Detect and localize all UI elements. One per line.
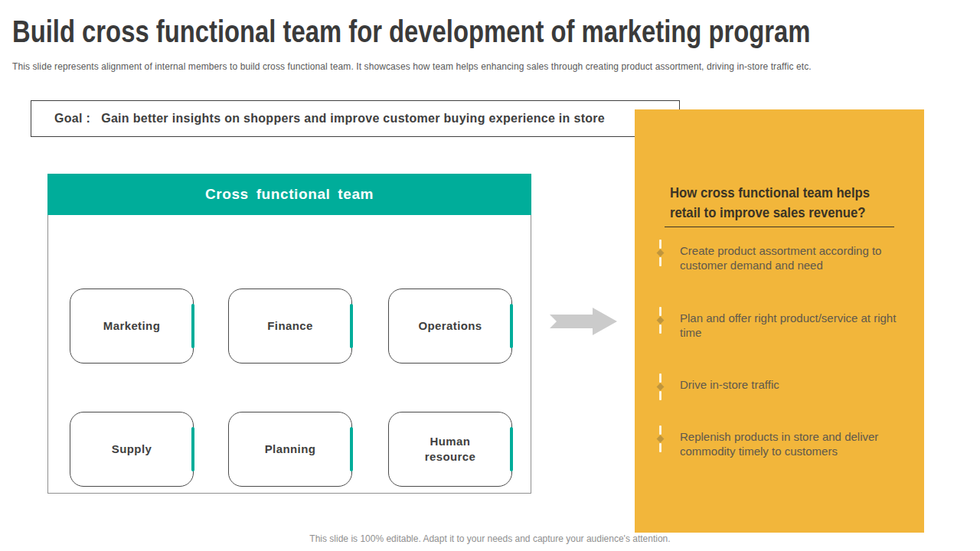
goal-box: Goal : Gain better insights on shoppers … — [31, 100, 680, 137]
member-label: Human resource — [389, 434, 511, 465]
bullet-text: Plan and offer right product/service at … — [680, 311, 902, 340]
member-box-operations: Operations — [388, 289, 512, 364]
panel-heading: How cross functional team helps retail t… — [670, 183, 899, 223]
member-label: Planning — [247, 442, 335, 457]
bullet-text: Create product assortment according to c… — [680, 243, 902, 272]
member-label: Operations — [400, 318, 500, 334]
member-box-supply: Supply — [70, 412, 194, 487]
team-container: Cross functional team Marketing Finance … — [47, 174, 531, 494]
member-box-human-resource: Human resource — [388, 412, 512, 487]
member-box-finance: Finance — [228, 289, 352, 364]
teal-accent-bar — [510, 304, 513, 348]
member-label: Finance — [249, 318, 331, 334]
member-label: Supply — [93, 442, 170, 457]
team-header: Cross functional team — [47, 174, 531, 215]
diamond-bullet-icon — [657, 240, 663, 266]
arrow-shape — [550, 308, 617, 335]
teal-accent-bar — [350, 427, 353, 471]
goal-label: Goal : — [54, 112, 90, 126]
diamond-bullet-icon — [657, 307, 663, 334]
member-box-marketing: Marketing — [70, 289, 194, 364]
bullet-text: Drive in-store traffic — [680, 377, 902, 392]
footer-note: This slide is 100% editable. Adapt it to… — [0, 533, 980, 544]
teal-accent-bar — [191, 427, 194, 471]
page-title: Build cross functional team for developm… — [12, 14, 810, 50]
bullet-text: Replenish products in store and deliver … — [680, 429, 902, 458]
diamond-bullet-icon — [657, 373, 663, 400]
teal-accent-bar — [510, 427, 513, 471]
diamond-bullet-icon — [657, 425, 663, 452]
teal-accent-bar — [350, 304, 353, 348]
slide: Build cross functional team for developm… — [0, 0, 980, 551]
members-grid: Marketing Finance Operations Supply Plan… — [48, 216, 531, 494]
right-arrow-icon — [548, 307, 619, 336]
benefits-panel: How cross functional team helps retail t… — [635, 109, 924, 533]
member-label: Marketing — [85, 318, 178, 334]
panel-divider — [665, 227, 894, 227]
slide-subtitle: This slide represents alignment of inter… — [12, 61, 812, 72]
member-box-planning: Planning — [228, 412, 352, 487]
teal-accent-bar — [191, 304, 194, 348]
goal-text: Gain better insights on shoppers and imp… — [101, 112, 605, 126]
